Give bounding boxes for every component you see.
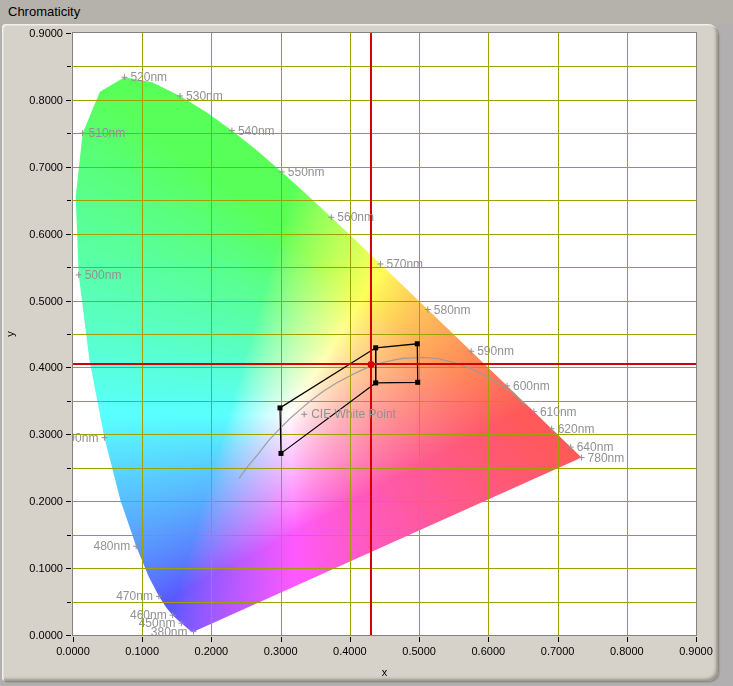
chromaticity-plot-area[interactable] — [73, 33, 696, 635]
window-titlebar[interactable]: Chromaticity — [0, 0, 733, 24]
window-title: Chromaticity — [0, 0, 80, 23]
